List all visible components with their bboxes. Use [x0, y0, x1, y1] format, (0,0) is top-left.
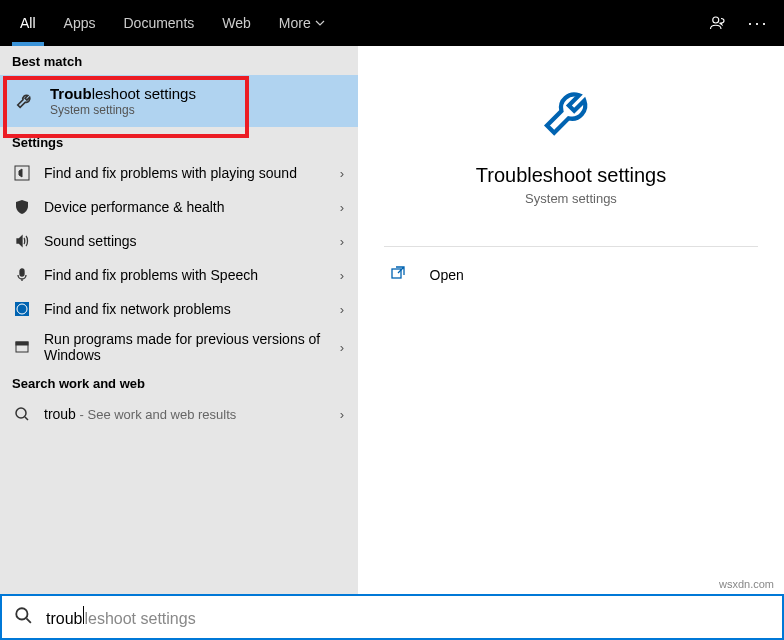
program-icon	[10, 335, 34, 359]
tab-more[interactable]: More	[265, 0, 339, 46]
chevron-right-icon: ›	[336, 268, 348, 283]
svg-point-0	[713, 17, 719, 23]
result-label: Sound settings	[44, 233, 336, 249]
best-match-subtitle: System settings	[50, 103, 346, 117]
best-match-result[interactable]: Troubleshoot settings System settings	[0, 75, 358, 127]
open-label: Open	[430, 267, 464, 283]
preview-pane: Troubleshoot settings System settings Op…	[358, 46, 784, 594]
result-label: Find and fix network problems	[44, 301, 336, 317]
settings-item-sound[interactable]: Sound settings ›	[0, 224, 358, 258]
settings-item-compat[interactable]: Run programs made for previous versions …	[0, 326, 358, 368]
chevron-right-icon: ›	[336, 166, 348, 181]
chevron-right-icon: ›	[336, 340, 348, 355]
svg-point-7	[16, 408, 26, 418]
section-best-match: Best match	[0, 46, 358, 75]
preview-title: Troubleshoot settings	[476, 164, 666, 187]
open-action[interactable]: Open	[384, 255, 759, 294]
search-icon	[10, 402, 34, 426]
search-tabs-bar: All Apps Documents Web More ···	[0, 0, 784, 46]
open-icon	[390, 265, 410, 284]
separator	[384, 246, 759, 247]
search-input[interactable]: troubleshoot settings	[0, 594, 784, 640]
result-label: Find and fix problems with Speech	[44, 267, 336, 283]
preview-subtitle: System settings	[525, 191, 617, 206]
settings-item-playing-sound[interactable]: Find and fix problems with playing sound…	[0, 156, 358, 190]
chevron-right-icon: ›	[336, 302, 348, 317]
watermark: wsxdn.com	[719, 578, 774, 590]
section-search-web: Search work and web	[0, 368, 358, 397]
settings-item-device-health[interactable]: Device performance & health ›	[0, 190, 358, 224]
feedback-icon[interactable]	[698, 0, 738, 46]
microphone-icon	[10, 263, 34, 287]
settings-item-speech[interactable]: Find and fix problems with Speech ›	[0, 258, 358, 292]
chevron-right-icon: ›	[336, 234, 348, 249]
result-label: Device performance & health	[44, 199, 336, 215]
svg-rect-2	[20, 269, 24, 276]
tab-all[interactable]: All	[6, 0, 50, 46]
sound-fix-icon	[10, 161, 34, 185]
web-search-label: troub - See work and web results	[44, 406, 336, 422]
chevron-down-icon	[315, 18, 325, 28]
shield-icon	[10, 195, 34, 219]
troubleshoot-icon	[12, 87, 40, 115]
svg-rect-6	[16, 342, 28, 345]
chevron-right-icon: ›	[336, 407, 348, 422]
search-text: troubleshoot settings	[46, 606, 196, 628]
result-label: Run programs made for previous versions …	[44, 331, 336, 363]
chevron-right-icon: ›	[336, 200, 348, 215]
settings-item-network[interactable]: Find and fix network problems ›	[0, 292, 358, 326]
search-icon	[14, 606, 32, 629]
svg-point-9	[16, 608, 27, 619]
troubleshoot-large-icon	[539, 82, 603, 146]
tab-apps[interactable]: Apps	[50, 0, 110, 46]
best-match-title: Troubleshoot settings	[50, 85, 346, 102]
tab-documents[interactable]: Documents	[109, 0, 208, 46]
network-icon	[10, 297, 34, 321]
sound-icon	[10, 229, 34, 253]
section-settings: Settings	[0, 127, 358, 156]
web-search-item[interactable]: troub - See work and web results ›	[0, 397, 358, 431]
options-icon[interactable]: ···	[738, 0, 778, 46]
result-label: Find and fix problems with playing sound	[44, 165, 336, 181]
svg-rect-8	[392, 269, 401, 278]
tab-web[interactable]: Web	[208, 0, 265, 46]
results-pane: Best match Troubleshoot settings System …	[0, 46, 358, 594]
